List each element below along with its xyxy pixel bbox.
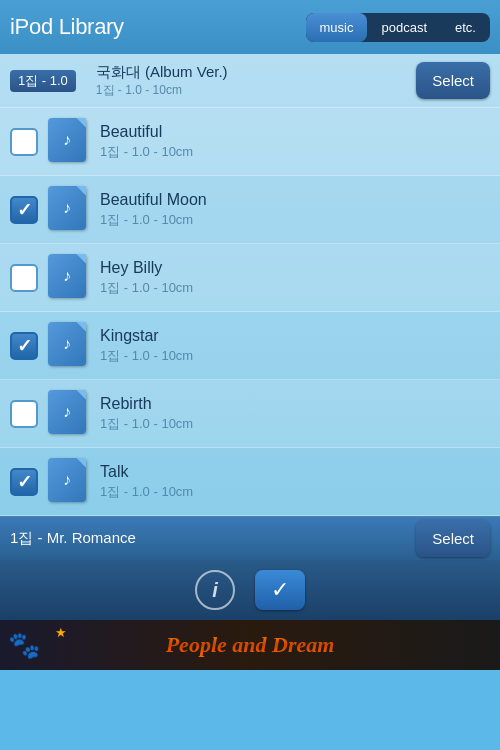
song-subtitle-6: 1집 - 1.0 - 10cm (100, 483, 490, 501)
checkbox-1[interactable] (10, 128, 38, 156)
checkbox-4[interactable]: ✓ (10, 332, 38, 360)
info-icon: i (212, 579, 218, 602)
song-subtitle-4: 1집 - 1.0 - 10cm (100, 347, 490, 365)
song-title-4: Kingstar (100, 327, 490, 345)
song-subtitle-1: 1집 - 1.0 - 10cm (100, 143, 490, 161)
tab-podcast[interactable]: podcast (367, 13, 441, 42)
top-row-info: 국화대 (Album Ver.) 1집 - 1.0 - 10cm (96, 63, 416, 99)
tab-music[interactable]: music (306, 13, 368, 42)
song-info-4: Kingstar 1집 - 1.0 - 10cm (100, 327, 490, 365)
status-bar: 1집 - Mr. Romance Select (0, 516, 500, 560)
music-icon-5: ♪ (48, 390, 90, 438)
song-info-3: Hey Billy 1집 - 1.0 - 10cm (100, 259, 490, 297)
song-list: 1집 - 1.0 국화대 (Album Ver.) 1집 - 1.0 - 10c… (0, 54, 500, 516)
confirm-button[interactable]: ✓ (255, 570, 305, 610)
header: iPod Library music podcast etc. (0, 0, 500, 54)
checkmark-2: ✓ (17, 201, 32, 219)
tab-bar: music podcast etc. (306, 13, 490, 42)
song-title-1: Beautiful (100, 123, 490, 141)
music-icon-1: ♪ (48, 118, 90, 166)
top-row-title: 국화대 (Album Ver.) (96, 63, 416, 82)
song-info-5: Rebirth 1집 - 1.0 - 10cm (100, 395, 490, 433)
bottom-select-button[interactable]: Select (416, 520, 490, 557)
song-info-2: Beautiful Moon 1집 - 1.0 - 10cm (100, 191, 490, 229)
checkbox-2[interactable]: ✓ (10, 196, 38, 224)
song-subtitle-5: 1집 - 1.0 - 10cm (100, 415, 490, 433)
status-text: 1집 - Mr. Romance (10, 529, 416, 548)
music-icon-4: ♪ (48, 322, 90, 370)
music-icon-6: ♪ (48, 458, 90, 506)
list-item: ♪ Hey Billy 1집 - 1.0 - 10cm (0, 244, 500, 312)
song-title-5: Rebirth (100, 395, 490, 413)
music-icon-3: ♪ (48, 254, 90, 302)
song-title-3: Hey Billy (100, 259, 490, 277)
footer-character-icon: 🐾 (8, 630, 40, 661)
music-icon-2: ♪ (48, 186, 90, 234)
footer-text: People and Dream (166, 632, 335, 658)
checkbox-6[interactable]: ✓ (10, 468, 38, 496)
list-item: ♪ Beautiful 1집 - 1.0 - 10cm (0, 108, 500, 176)
song-info-1: Beautiful 1집 - 1.0 - 10cm (100, 123, 490, 161)
list-item: ♪ Rebirth 1집 - 1.0 - 10cm (0, 380, 500, 448)
tab-etc[interactable]: etc. (441, 13, 490, 42)
album-badge: 1집 - 1.0 (10, 70, 76, 92)
top-select-button[interactable]: Select (416, 62, 490, 99)
footer-star-icon: ★ (55, 625, 67, 640)
song-title-6: Talk (100, 463, 490, 481)
song-subtitle-2: 1집 - 1.0 - 10cm (100, 211, 490, 229)
song-subtitle-3: 1집 - 1.0 - 10cm (100, 279, 490, 297)
app-title: iPod Library (10, 14, 306, 40)
list-item: ✓ ♪ Talk 1집 - 1.0 - 10cm (0, 448, 500, 516)
checkmark-4: ✓ (17, 337, 32, 355)
top-row-subtitle: 1집 - 1.0 - 10cm (96, 82, 416, 99)
footer-banner: 🐾 ★ People and Dream (0, 620, 500, 670)
list-item: ✓ ♪ Beautiful Moon 1집 - 1.0 - 10cm (0, 176, 500, 244)
checkbox-5[interactable] (10, 400, 38, 428)
checkbox-3[interactable] (10, 264, 38, 292)
action-bar: i ✓ (0, 560, 500, 620)
confirm-icon: ✓ (271, 577, 289, 603)
checkmark-6: ✓ (17, 473, 32, 491)
info-button[interactable]: i (195, 570, 235, 610)
song-info-6: Talk 1집 - 1.0 - 10cm (100, 463, 490, 501)
partial-top-row: 1집 - 1.0 국화대 (Album Ver.) 1집 - 1.0 - 10c… (0, 54, 500, 108)
song-title-2: Beautiful Moon (100, 191, 490, 209)
list-item: ✓ ♪ Kingstar 1집 - 1.0 - 10cm (0, 312, 500, 380)
